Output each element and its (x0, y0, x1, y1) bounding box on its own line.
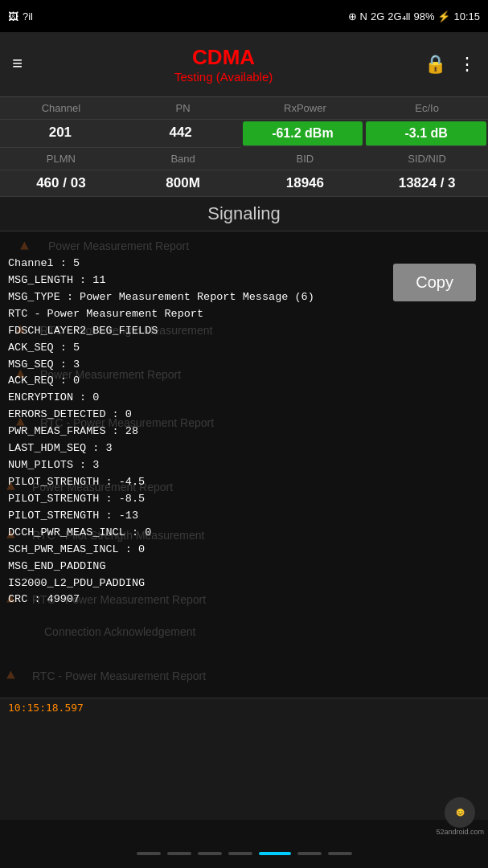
msg-line-8: ACK_REQ : 0 (8, 373, 480, 390)
rxpower-value: -61.2 dBm (243, 121, 363, 146)
bid-header: BID (244, 148, 367, 170)
msg-line-12: LAST_HDM_SEQ : 3 (8, 440, 480, 457)
rxpower-header: RxPower (244, 97, 367, 120)
nav-dot-4[interactable] (259, 852, 291, 855)
info-header-row-2: PLMN Band BID SID/NID (0, 148, 488, 170)
nav-dot-3[interactable] (228, 852, 252, 855)
timestamp-bar: 10:15:18.597 (0, 698, 488, 717)
msg-line-20: IS2000_L2_PDU_PADDING (8, 575, 480, 592)
menu-icon[interactable]: ≡ (12, 55, 23, 75)
msg-line-4: RTC - Power Measurement Report (8, 306, 480, 323)
msg-line-7: MSG_SEQ : 3 (8, 357, 480, 374)
app-bar-right: 🔒 ⋮ (424, 54, 476, 76)
nav-dot-2[interactable] (198, 852, 222, 855)
faded-msg-8: Connection Acknowledgement (44, 625, 195, 638)
info-header-row-1: Channel PN RxPower Ec/Io (0, 97, 488, 120)
more-icon[interactable]: ⋮ (458, 54, 476, 76)
msg-line-6: ACK_SEQ : 5 (8, 340, 480, 357)
app-title: CDMA (192, 45, 255, 70)
app-title-block: CDMA Testing (Available) (174, 45, 273, 84)
band-value: 800M (122, 170, 244, 197)
signaling-area[interactable]: Power Measurement Report ▲ RTC - Pilot S… (0, 231, 488, 698)
location-icon: ⊕ (348, 10, 357, 23)
msg-line-15: PILOT_STRENGTH : -8.5 (8, 491, 480, 508)
msg-line-18: SCH_PWR_MEAS_INCL : 0 (8, 542, 480, 559)
msg-line-5: FDSCH_LAYER2_BEG_FIELDS (8, 323, 480, 340)
battery-icon: ⚡ (437, 10, 450, 23)
msg-line-19: MSG_END_PADDING (8, 559, 480, 575)
info-value-row-1: 201 442 -61.2 dBm -3.1 dB (0, 120, 488, 148)
arrow-icon-8: ▲ (6, 667, 15, 683)
arrow-icon-1: ▲ (20, 238, 29, 254)
msg-line-9: ENCRYPTION : 0 (8, 390, 480, 407)
watermark-icon: 😊 (445, 797, 475, 828)
copy-button[interactable]: Copy (393, 264, 476, 301)
channel-header: Channel (0, 97, 122, 120)
nav-dot-1[interactable] (167, 852, 191, 855)
sidnid-value: 13824 / 3 (366, 170, 488, 197)
bottom-bar: 😊 52android.com (0, 820, 488, 868)
bid-value: 18946 (244, 170, 367, 197)
signaling-header: Signaling (0, 197, 488, 231)
msg-line-16: PILOT_STRENGTH : -13 (8, 508, 480, 525)
band-header: Band (122, 148, 244, 170)
msg-line-10: ERRORS_DETECTED : 0 (8, 407, 480, 424)
lock-icon[interactable]: 🔒 (424, 54, 446, 76)
pn-value: 442 (121, 120, 241, 148)
plmn-header: PLMN (0, 148, 122, 170)
ecio-header: Ec/Io (366, 97, 488, 120)
app-subtitle: Testing (Available) (174, 70, 273, 84)
signal-icon: ?il (23, 10, 33, 23)
faded-msg-9: RTC - Power Measurement Report (32, 669, 206, 682)
camera-icon: 🖼 (8, 10, 18, 23)
nav-dot-5[interactable] (297, 852, 322, 855)
main-message-content: Channel : 5 MSG_LENGTH : 11 MSG_TYPE : P… (0, 256, 488, 608)
plmn-value: 460 / 03 (0, 170, 122, 197)
watermark-text: 52android.com (436, 828, 484, 836)
nav-dot-6[interactable] (328, 852, 352, 855)
info-table: Channel PN RxPower Ec/Io 201 442 -61.2 d… (0, 96, 488, 197)
time-label: 10:15 (453, 10, 480, 23)
nfc-icon: N (360, 10, 367, 23)
status-right: ⊕ N 2G 2G₄ll 98% ⚡ 10:15 (348, 10, 480, 23)
info-value-row-2: 460 / 03 800M 18946 13824 / 3 (0, 170, 488, 197)
signal-strength-icon: 2G₄ll (388, 10, 410, 23)
pn-header: PN (122, 97, 244, 120)
nav-dot-0[interactable] (137, 852, 161, 855)
status-left: 🖼 ?il (8, 10, 33, 23)
msg-line-11: PWR_MEAS_FRAMES : 28 (8, 424, 480, 440)
faded-msg-1: Power Measurement Report (48, 240, 189, 252)
watermark: 😊 52android.com (436, 797, 484, 836)
msg-line-17: DCCH_PWR_MEAS_INCL : 0 (8, 525, 480, 542)
network-label: 2G (371, 10, 384, 23)
msg-line-21: CRC : 49907 (8, 592, 480, 608)
nav-dots (137, 845, 352, 862)
msg-line-13: NUM_PILOTS : 3 (8, 457, 480, 474)
msg-line-14: PILOT_STRENGTH : -4.5 (8, 474, 480, 491)
status-bar: 🖼 ?il ⊕ N 2G 2G₄ll 98% ⚡ 10:15 (0, 0, 488, 32)
channel-value: 201 (0, 120, 121, 148)
battery-label: 98% (413, 10, 434, 23)
app-bar: ≡ CDMA Testing (Available) 🔒 ⋮ (0, 32, 488, 96)
sidnid-header: SID/NID (366, 148, 488, 170)
ecio-value: -3.1 dB (366, 121, 486, 146)
